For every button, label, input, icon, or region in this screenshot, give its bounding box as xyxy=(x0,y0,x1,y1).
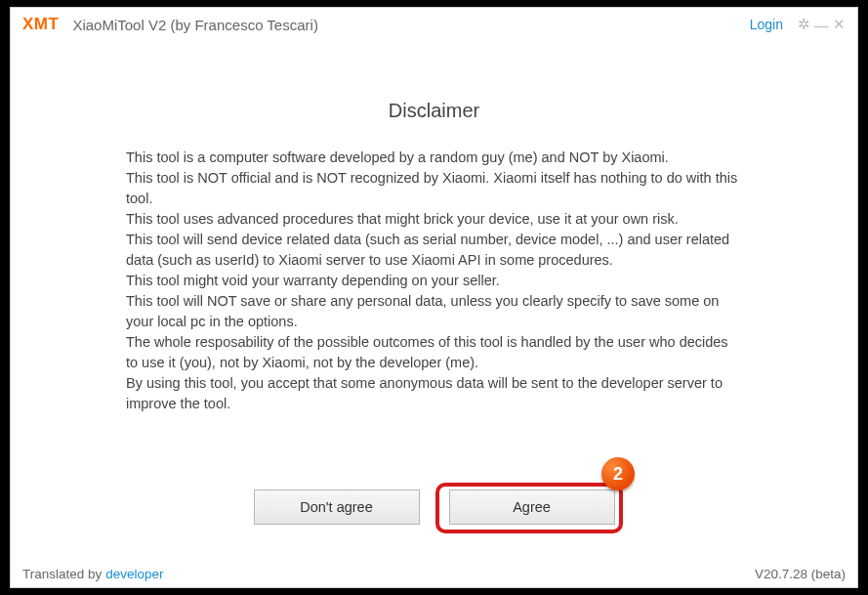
login-link[interactable]: Login xyxy=(750,17,783,32)
titlebar: XMT XiaoMiTool V2 (by Francesco Tescari)… xyxy=(11,8,857,41)
app-logo: XMT xyxy=(22,15,59,34)
settings-icon[interactable]: ✲ xyxy=(795,16,812,33)
translated-by-label: Translated by xyxy=(22,567,102,581)
dont-agree-button[interactable]: Don't agree xyxy=(254,489,420,525)
footer: Translated by developer V20.7.28 (beta) xyxy=(11,560,857,587)
disclaimer-heading: Disclaimer xyxy=(11,100,857,122)
button-row: Don't agree Agree xyxy=(11,489,857,525)
app-window: XMT XiaoMiTool V2 (by Francesco Tescari)… xyxy=(10,7,858,588)
content-area: Disclaimer This tool is a computer softw… xyxy=(11,41,857,560)
developer-link[interactable]: developer xyxy=(105,567,163,581)
close-icon[interactable]: ✕ xyxy=(830,16,847,33)
agree-button[interactable]: Agree xyxy=(449,489,615,525)
version-label: V20.7.28 (beta) xyxy=(755,567,846,581)
minimize-icon[interactable]: — xyxy=(812,17,830,33)
disclaimer-body: This tool is a computer software develop… xyxy=(11,148,857,414)
app-title: XiaoMiTool V2 (by Francesco Tescari) xyxy=(72,17,317,33)
